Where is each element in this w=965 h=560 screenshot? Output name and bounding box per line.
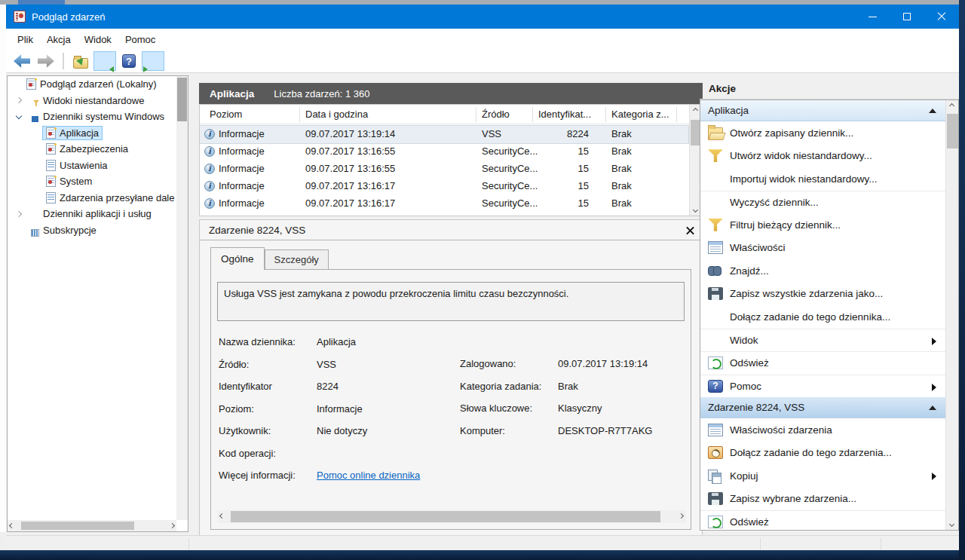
maximize-button[interactable] (890, 5, 924, 29)
event-row[interactable]: Informacje 09.07.2017 13:16:55 SecurityC… (200, 161, 688, 178)
column-header-source[interactable]: Źródło (482, 109, 510, 120)
actions-scrollbar-thumb[interactable] (947, 114, 958, 148)
menu-item[interactable]: Pomoc (118, 30, 162, 49)
field-label: Poziom: (219, 403, 317, 415)
event-row[interactable]: Informacje 09.07.2017 13:19:14 VSS 8224 … (200, 126, 688, 143)
action-label: Zapisz wszystkie zdarzenia jako... (730, 288, 883, 299)
scroll-left-icon[interactable] (219, 513, 225, 519)
action-item[interactable]: Odśwież (700, 510, 945, 531)
toolbar-icon (73, 58, 88, 69)
action-item[interactable]: Właściwości zdarzenia (700, 418, 945, 442)
action-item[interactable]: Importuj widok niestandardowy... (700, 167, 945, 191)
column-header-datetime[interactable]: Data i godzina (305, 109, 368, 120)
tree-item-label: Dzienniki aplikacji i usług (43, 208, 152, 219)
action-item[interactable]: Dołącz zadanie do tego zdarzenia... (700, 442, 945, 465)
action-item[interactable]: Znajdź... (700, 259, 945, 283)
event-row[interactable]: Informacje 09.07.2017 13:16:55 SecurityC… (200, 143, 688, 161)
tree-expander-icon[interactable] (13, 208, 25, 220)
tree-expander-icon[interactable] (13, 94, 25, 106)
scroll-up-icon[interactable] (949, 103, 954, 109)
menu-item[interactable]: Plik (11, 30, 40, 49)
actions-section-header-zdarzenie[interactable]: Zdarzenie 8224, VSS (700, 397, 945, 418)
scroll-down-icon[interactable] (693, 207, 698, 213)
scroll-right-icon[interactable] (170, 523, 175, 528)
action-item[interactable]: Filtruj bieżący dziennik... (700, 213, 945, 237)
event-count: Liczba zdarzeń: 1 360 (274, 88, 369, 99)
tree-item[interactable]: Dzienniki systemu Windows (8, 109, 188, 125)
tree-vertical-scrollbar[interactable] (176, 76, 188, 520)
scroll-left-icon[interactable] (9, 523, 14, 528)
action-item[interactable]: Utwórz widok niestandardowy... (700, 145, 945, 168)
action-item[interactable]: Odśwież (700, 351, 945, 375)
details-scrollbar-thumb[interactable] (231, 511, 660, 522)
event-id: 15 (530, 163, 589, 174)
collapse-icon[interactable] (929, 109, 936, 113)
tree-item[interactable]: Widoki niestandardowe (8, 93, 188, 109)
tree-node-icon (26, 78, 36, 90)
toolbar-icon (14, 54, 30, 68)
tree-item[interactable]: Zabezpieczenia (8, 141, 188, 158)
toolbar-button[interactable] (118, 51, 140, 71)
field-value: Brak (558, 381, 578, 392)
action-item[interactable]: Otwórz zapisany dziennik... (700, 121, 945, 145)
info-icon (204, 164, 215, 174)
actions-section-header-aplikacja[interactable]: Aplikacja (700, 100, 945, 121)
log-title: Aplikacja (210, 88, 254, 99)
menu-item[interactable]: Widok (78, 30, 118, 49)
details-close-icon[interactable] (686, 226, 694, 234)
toolbar-button[interactable] (63, 53, 64, 69)
action-item[interactable]: Pomoc (700, 375, 945, 398)
action-item[interactable]: Kopiuj (700, 464, 945, 488)
panel-splitter[interactable] (188, 75, 199, 532)
column-separator[interactable] (532, 107, 533, 122)
action-item[interactable]: Widok (700, 329, 945, 352)
tree-item[interactable]: Subskrypcje (8, 222, 188, 239)
tree-horizontal-scrollbar[interactable] (8, 520, 176, 531)
column-separator[interactable] (676, 107, 677, 122)
tree-horizontal-scrollbar-thumb[interactable] (21, 522, 134, 530)
tab-general[interactable]: Ogólne (210, 247, 265, 270)
tree-item[interactable]: Ustawienia (8, 158, 188, 174)
tree-item[interactable]: Aplikacja (8, 125, 188, 142)
scroll-right-icon[interactable] (679, 513, 684, 519)
action-item[interactable]: Dołącz zadanie do tego dziennika... (700, 305, 945, 329)
tree-item[interactable]: System (8, 173, 188, 190)
event-row[interactable]: Informacje 09.07.2017 13:16:17 SecurityC… (200, 195, 688, 213)
column-separator[interactable] (605, 107, 606, 122)
tab-details[interactable]: Szczegóły (265, 249, 329, 269)
column-header-category[interactable]: Kategoria z... (611, 109, 669, 120)
event-row[interactable]: Informacje 09.07.2017 13:16:17 SecurityC… (200, 178, 688, 195)
titlebar[interactable]: Podgląd zdarzeń (6, 5, 959, 29)
scroll-down-icon[interactable] (949, 522, 954, 527)
info-icon (204, 181, 215, 191)
scroll-up-icon[interactable] (693, 108, 698, 113)
close-button[interactable] (924, 5, 959, 29)
toolbar-icon (122, 54, 136, 68)
toolbar-button[interactable] (35, 51, 57, 71)
action-item[interactable]: Zapisz wszystkie zdarzenia jako... (700, 283, 945, 306)
tree-item[interactable]: Dzienniki aplikacji i usług (8, 206, 188, 222)
action-icon (708, 516, 723, 528)
menu-item[interactable]: Akcja (40, 30, 78, 49)
column-header-level[interactable]: Poziom (210, 109, 242, 120)
tree-item[interactable]: Podgląd zdarzeń (Lokalny) (8, 76, 188, 93)
minimize-button[interactable] (855, 5, 890, 29)
event-message[interactable]: Usługa VSS jest zamykana z powodu przekr… (217, 282, 685, 321)
tree-item[interactable]: Zdarzenia przesyłane dale (8, 190, 188, 207)
toolbar-button[interactable] (11, 51, 33, 71)
column-separator[interactable] (476, 107, 476, 122)
actions-vertical-scrollbar[interactable] (945, 100, 958, 530)
tree-vertical-scrollbar-thumb[interactable] (177, 78, 187, 121)
tree-expander-icon[interactable] (13, 111, 25, 123)
details-horizontal-scrollbar[interactable] (217, 510, 686, 523)
column-separator[interactable] (299, 107, 300, 122)
column-header-id[interactable]: Identyfikat... (538, 109, 591, 120)
action-item[interactable]: Wyczyść dziennik... (700, 191, 945, 214)
toolbar-button[interactable] (93, 51, 116, 71)
action-item[interactable]: Zapisz wybrane zdarzenia... (700, 488, 945, 511)
menubar: Plik Akcja Widok Pomoc (6, 29, 959, 50)
toolbar-button[interactable] (142, 51, 164, 71)
toolbar-button[interactable] (69, 51, 92, 71)
collapse-icon[interactable] (929, 405, 936, 410)
action-item[interactable]: Właściwości (700, 237, 945, 260)
